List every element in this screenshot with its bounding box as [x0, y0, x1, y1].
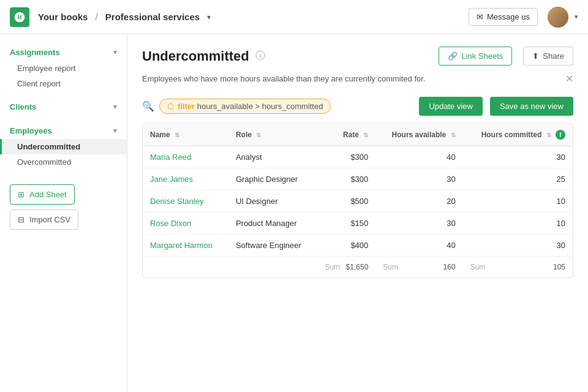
col-role-sort-icon: ⇅: [256, 132, 261, 138]
cell-name[interactable]: Denise Stanley: [143, 190, 228, 213]
cell-hours-committed: 30: [463, 146, 573, 168]
col-rate-sort-icon: ⇅: [363, 132, 368, 138]
info-icon[interactable]: ⓘ: [255, 50, 265, 62]
col-role[interactable]: Role ⇅: [228, 124, 318, 146]
cell-role: Product Manager: [228, 213, 318, 235]
assignments-chevron-icon: ▾: [113, 48, 117, 56]
avatar[interactable]: [548, 7, 568, 28]
sum-hours-committed: Sum105: [463, 257, 573, 278]
col-name-label: Name: [150, 130, 170, 139]
cell-hours-available: 40: [375, 146, 462, 168]
filter-pill[interactable]: ⬡ filter hours_available > hours_committ…: [159, 99, 331, 114]
envelope-icon: ✉: [477, 12, 483, 21]
sum-empty-2: [228, 257, 318, 278]
col-hours-committed[interactable]: Hours committed ⇅ f: [463, 124, 573, 146]
main-content: Undercommitted ⓘ 🔗 Link Sheets ⬆ Share E…: [127, 34, 588, 392]
col-rate[interactable]: Rate ⇅: [317, 124, 375, 146]
sum-hours-available: Sum160: [375, 257, 462, 278]
employees-chevron-icon: ▾: [113, 127, 117, 135]
col-hours-available[interactable]: Hours available ⇅: [375, 124, 462, 146]
cell-hours-available: 30: [375, 213, 462, 235]
link-sheets-button[interactable]: 🔗 Link Sheets: [439, 47, 512, 66]
project-title[interactable]: Professional services: [105, 12, 200, 22]
cell-hours-available: 20: [375, 190, 462, 213]
filter-pill-text: filter hours_available > hours_committed: [178, 102, 323, 111]
cell-rate: $500: [317, 190, 375, 213]
close-subtext-icon[interactable]: ✕: [565, 73, 573, 85]
cell-name[interactable]: Rose Dixon: [143, 213, 228, 235]
message-us-label: Message us: [487, 12, 530, 21]
col-hours-committed-sort-icon: ⇅: [546, 132, 551, 138]
cell-name[interactable]: Jane James: [143, 168, 228, 190]
data-table: Name ⇅ Role ⇅ Rate ⇅ Hours available: [143, 124, 573, 277]
main-header: Undercommitted ⓘ 🔗 Link Sheets ⬆ Share: [127, 34, 588, 73]
sidebar-item-overcommitted[interactable]: Overcommitted: [0, 154, 127, 170]
cell-name[interactable]: Maria Reed: [143, 146, 228, 168]
sidebar-item-undercommitted[interactable]: Undercommitted: [0, 139, 127, 154]
col-role-label: Role: [236, 130, 252, 139]
filter-bar: 🔍 ⬡ filter hours_available > hours_commi…: [127, 92, 588, 123]
filter-icon: ⬡: [167, 102, 174, 111]
sum-rate: Sum$1,650: [317, 257, 375, 278]
sidebar: Assignments ▾ Employee report Client rep…: [0, 34, 127, 392]
filter-label: filter: [178, 102, 195, 111]
cell-role: Analyst: [228, 146, 318, 168]
col-name[interactable]: Name ⇅: [143, 124, 228, 146]
subtext-content: Employees who have more hours available …: [142, 74, 425, 83]
cell-role: Graphic Designer: [228, 168, 318, 190]
table-row: Rose Dixon Product Manager $150 30 10: [143, 213, 573, 235]
import-csv-label: Import CSV: [29, 215, 70, 224]
employee-report-label: Employee report: [17, 64, 75, 73]
avatar-image: [548, 7, 568, 28]
col-hours-available-label: Hours available: [392, 130, 447, 139]
cell-name[interactable]: Margaret Harmon: [143, 235, 228, 257]
col-hours-committed-label: Hours committed: [481, 130, 542, 139]
table-row: Margaret Harmon Software Engineer $400 4…: [143, 235, 573, 257]
import-csv-button[interactable]: ⊟ Import CSV: [10, 209, 78, 230]
sidebar-item-employee-report[interactable]: Employee report: [0, 61, 127, 76]
app-logo[interactable]: [10, 7, 29, 27]
cell-hours-committed: 30: [463, 235, 573, 257]
cell-role: Software Engineer: [228, 235, 318, 257]
filter-badge: f: [556, 130, 565, 140]
table-body: Maria Reed Analyst $300 40 30 Jane James…: [143, 146, 573, 278]
update-view-button[interactable]: Update view: [419, 97, 483, 116]
undercommitted-label: Undercommitted: [17, 142, 80, 151]
layout: Assignments ▾ Employee report Client rep…: [0, 34, 588, 392]
share-button[interactable]: ⬆ Share: [523, 47, 573, 66]
share-icon: ⬆: [532, 51, 539, 61]
topnav: Your books / Professional services ▾ ✉ M…: [0, 0, 588, 34]
data-table-wrap: Name ⇅ Role ⇅ Rate ⇅ Hours available: [142, 123, 573, 278]
employees-label: Employees: [10, 126, 52, 135]
message-us-button[interactable]: ✉ Message us: [469, 8, 538, 26]
search-icon[interactable]: 🔍: [142, 100, 154, 112]
share-label: Share: [543, 51, 564, 61]
add-sheet-label: Add Sheet: [29, 190, 67, 199]
col-hours-available-sort-icon: ⇅: [451, 132, 456, 138]
sidebar-section-assignments[interactable]: Assignments ▾: [0, 44, 127, 61]
table-header-row: Name ⇅ Role ⇅ Rate ⇅ Hours available: [143, 124, 573, 146]
add-sheet-button[interactable]: ⊞ Add Sheet: [10, 184, 75, 205]
books-title[interactable]: Your books: [38, 12, 88, 22]
sidebar-section-employees[interactable]: Employees ▾: [0, 123, 127, 139]
clients-chevron-icon: ▾: [113, 103, 117, 111]
link-icon: 🔗: [448, 51, 458, 61]
link-sheets-label: Link Sheets: [461, 51, 503, 61]
cell-hours-committed: 10: [463, 190, 573, 213]
sum-empty-1: [143, 257, 228, 278]
table-row: Maria Reed Analyst $300 40 30: [143, 146, 573, 168]
page-title: Undercommitted: [142, 48, 249, 64]
table-sum-row: Sum$1,650 Sum160 Sum105: [143, 257, 573, 278]
col-name-sort-icon: ⇅: [175, 132, 179, 138]
nav-separator: /: [95, 12, 97, 23]
sidebar-item-client-report[interactable]: Client report: [0, 76, 127, 91]
client-report-label: Client report: [17, 79, 61, 88]
avatar-chevron-icon[interactable]: ▾: [575, 13, 578, 21]
table-row: Jane James Graphic Designer $300 30 25: [143, 168, 573, 190]
clients-label: Clients: [10, 102, 36, 111]
sidebar-section-clients[interactable]: Clients ▾: [0, 99, 127, 115]
project-chevron-icon[interactable]: ▾: [207, 13, 211, 21]
overcommitted-label: Overcommitted: [17, 157, 71, 167]
save-new-view-button[interactable]: Save as new view: [490, 97, 573, 116]
cell-hours-committed: 25: [463, 168, 573, 190]
